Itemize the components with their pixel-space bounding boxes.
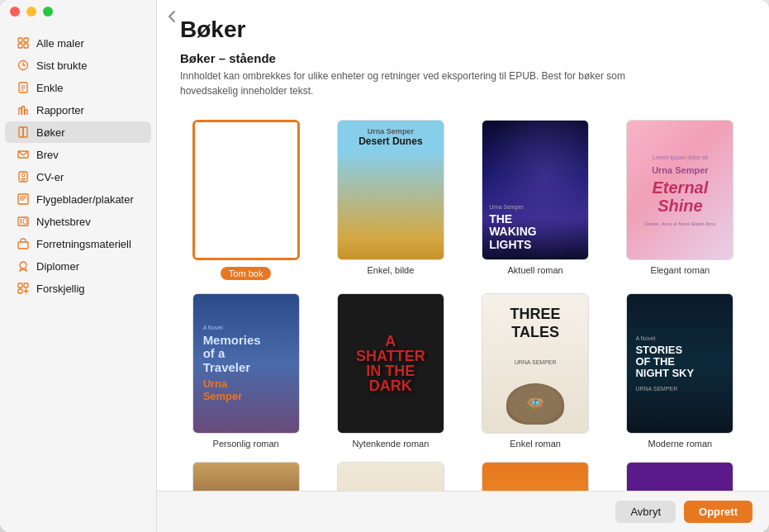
template-thumb-nytenkende-roman: ASHATTERIN THEDARK	[337, 293, 444, 434]
template-item-nytenkende-roman[interactable]: ASHATTERIN THEDARK Nytenkende roman	[325, 293, 456, 449]
sidebar-item-rapporter[interactable]: Rapporter	[5, 99, 151, 121]
template-thumb-personlig-roman: A Novel Memoriesof aTraveler UrnaSemper	[192, 293, 300, 434]
grid-icon	[17, 36, 30, 50]
book-icon	[17, 126, 30, 139]
sidebar-item-label: Forretningsmateriell	[36, 238, 131, 250]
svg-rect-27	[18, 289, 22, 293]
template-item-enkel-bilde[interactable]: Urna Semper Desert Dunes Enkel, bilde	[325, 120, 456, 280]
newsletter-icon	[17, 215, 30, 228]
template-label: Personlig roman	[213, 439, 279, 449]
template-thumb-elegant-roman: Lorem ipsum dolor sit Urna Semper Eterna…	[626, 120, 733, 260]
svg-rect-23	[18, 242, 28, 249]
sidebar-item-label: Forskjellig	[36, 283, 85, 295]
clock-icon	[17, 59, 30, 72]
cancel-button[interactable]: Avbryt	[615, 501, 676, 523]
misc-icon	[17, 282, 30, 295]
sidebar-item-alle-maler[interactable]: Alle maler	[5, 32, 151, 54]
envelope-icon	[17, 148, 30, 161]
template-thumb-chemistry: URNA SEMPER APPLIEDCHEMISTRY FIRST EDITI…	[626, 462, 733, 491]
template-item-moderne-roman[interactable]: A Novel STORIESOF THENIGHT SKY URNA SEMP…	[615, 293, 746, 449]
template-item-enkel-roman[interactable]: THREE TALES URNA SEMPER 🪺 Enkel roman	[470, 293, 601, 449]
sidebar-item-label: Alle maler	[36, 37, 84, 50]
sidebar-item-label: Brev	[36, 149, 59, 161]
template-item-elegant-roman[interactable]: Lorem ipsum dolor sit Urna Semper Eterna…	[615, 120, 746, 280]
svg-point-24	[20, 262, 26, 268]
sidebar-item-label: Rapporter	[36, 104, 84, 116]
cv-icon	[17, 170, 30, 183]
svg-rect-25	[18, 283, 22, 287]
maximize-button[interactable]	[43, 7, 53, 17]
template-label: Enkel roman	[510, 439, 561, 449]
sidebar-item-flygeblader[interactable]: Flygeblader/plakater	[5, 188, 151, 210]
titlebar	[0, 0, 769, 23]
template-label: Nytenkende roman	[352, 439, 429, 449]
svg-rect-3	[24, 44, 28, 48]
sidebar-item-cv-er[interactable]: CV-er	[5, 166, 151, 188]
svg-rect-22	[24, 219, 27, 224]
template-item-seasons-paris[interactable]: The SeasonsofParis Seasons of Paris	[180, 462, 311, 491]
svg-rect-26	[24, 283, 28, 287]
template-thumb-seasons-paris: The SeasonsofParis	[192, 462, 300, 491]
sidebar-item-label: Sist brukte	[36, 59, 87, 72]
sidebar-item-label: Enkle	[36, 82, 64, 94]
close-button[interactable]	[10, 7, 20, 17]
sidebar-item-boker[interactable]: Bøker	[5, 121, 151, 143]
doc-icon	[17, 81, 30, 94]
app-window: Alle maler Sist brukte Enk	[0, 0, 769, 532]
sidebar-item-forskjellig[interactable]: Forskjellig	[5, 278, 151, 299]
svg-point-11	[21, 173, 25, 177]
template-thumb-enkel-roman: THREE TALES URNA SEMPER 🪺	[482, 293, 589, 434]
sidebar: Alle maler Sist brukte Enk	[0, 0, 157, 532]
template-label: Aktuell roman	[507, 265, 563, 275]
section-title: Bøker – stående	[180, 51, 746, 65]
template-item-personlig-roman[interactable]: A Novel Memoriesof aTraveler UrnaSemper …	[180, 293, 311, 449]
sidebar-item-label: Diplomer	[36, 260, 79, 273]
diploma-icon	[17, 259, 30, 273]
main-content: Bøker Bøker – stående Innholdet kan ombr…	[157, 0, 769, 532]
template-item-chemistry[interactable]: URNA SEMPER APPLIEDCHEMISTRY FIRST EDITI…	[615, 462, 746, 491]
svg-rect-0	[18, 38, 22, 42]
templates-area: Tom bok Urna Semper Desert Dunes Enkel, …	[157, 120, 769, 491]
template-item-puzzle[interactable]	[325, 462, 456, 491]
svg-rect-2	[18, 44, 22, 48]
sidebar-item-nyhetsbrev[interactable]: Nyhetsbrev	[5, 211, 151, 232]
sidebar-item-label: CV-er	[36, 171, 64, 183]
sidebar-item-label: Bøker	[36, 126, 65, 139]
template-thumb-moderne-roman: A Novel STORIESOF THENIGHT SKY URNA SEMP…	[626, 293, 733, 434]
template-item-aktuell-roman[interactable]: Urna Semper THEWAKINGLIGHTS Aktuell roma…	[470, 120, 601, 280]
sidebar-item-brev[interactable]: Brev	[5, 144, 151, 165]
template-thumb-puzzle	[337, 462, 444, 491]
template-thumb-tom-bok	[192, 120, 300, 260]
svg-rect-1	[24, 38, 28, 42]
template-item-tom-bok[interactable]: Tom bok	[180, 120, 311, 280]
template-thumb-enkel-bilde: Urna Semper Desert Dunes	[337, 120, 444, 260]
sidebar-item-enkle[interactable]: Enkle	[5, 77, 151, 98]
template-label: Elegant roman	[651, 265, 710, 275]
minimize-button[interactable]	[26, 7, 36, 17]
flyer-icon	[17, 192, 30, 206]
selected-label: Tom bok	[221, 267, 272, 280]
sidebar-item-forretning[interactable]: Forretningsmateriell	[5, 233, 151, 254]
sidebar-item-diplomer[interactable]: Diplomer	[5, 255, 151, 277]
create-button[interactable]: Opprett	[684, 501, 752, 523]
sidebar-item-label: Flygeblader/plakater	[36, 193, 134, 206]
sidebar-item-sist-brukte[interactable]: Sist brukte	[5, 55, 151, 76]
template-label: Moderne roman	[648, 439, 713, 449]
business-icon	[17, 237, 30, 250]
template-label: Enkel, bilde	[367, 265, 414, 275]
sidebar-item-label: Nyhetsbrev	[36, 216, 91, 228]
footer: Avbryt Opprett	[157, 491, 769, 532]
section-description: Innholdet kan ombrekkes for ulike enhete…	[180, 69, 659, 98]
template-thumb-work-travel: HOW TO: WORK &TRAVEL	[482, 462, 589, 491]
svg-rect-14	[18, 194, 28, 204]
template-item-work-travel[interactable]: HOW TO: WORK &TRAVEL Arbeid og reise	[470, 462, 601, 491]
report-icon	[17, 103, 30, 116]
template-grid: Tom bok Urna Semper Desert Dunes Enkel, …	[180, 120, 746, 491]
template-thumb-aktuell-roman: Urna Semper THEWAKINGLIGHTS	[482, 120, 589, 260]
